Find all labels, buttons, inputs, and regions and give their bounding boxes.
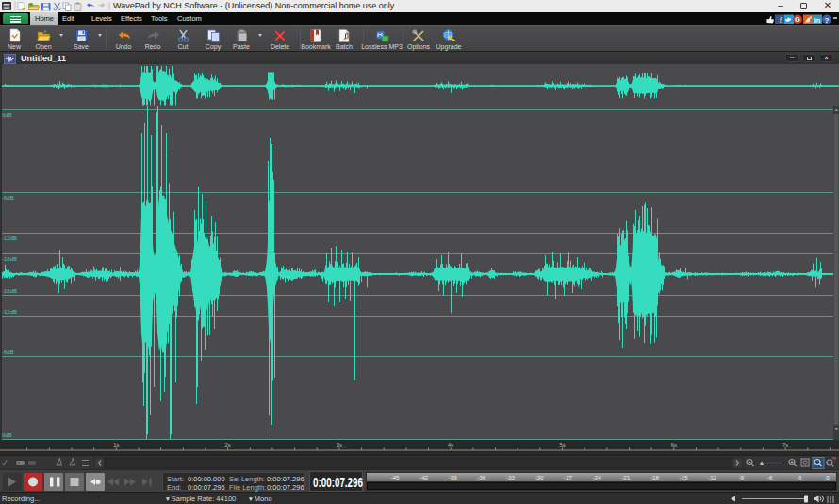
svg-text:-9: -9 [738,474,744,480]
svg-text:-39: -39 [449,474,458,480]
svg-text:-27: -27 [564,474,573,480]
svg-text:7s: 7s [782,442,788,447]
svg-text:-12: -12 [708,474,717,480]
svg-text:-36: -36 [477,474,486,480]
svg-text:0: 0 [826,474,830,480]
svg-text:6s: 6s [671,442,677,447]
svg-text:-6: -6 [767,474,773,480]
svg-text:-21: -21 [621,474,631,480]
svg-text:-42: -42 [420,474,429,480]
svg-text:-30: -30 [535,474,545,480]
svg-text:5s: 5s [559,442,565,447]
svg-text:2s: 2s [224,442,230,447]
svg-text:-33: -33 [506,474,516,480]
svg-text:-6dB: -6dB [2,350,14,355]
svg-text:-18: -18 [650,474,660,480]
svg-text:0dB: 0dB [2,112,12,118]
svg-text:-15: -15 [680,474,689,480]
svg-text:-24: -24 [593,474,602,480]
svg-text:-18dB: -18dB [2,256,17,262]
svg-text:0dB: 0dB [2,432,12,438]
svg-text:4s: 4s [448,442,453,447]
svg-text:-12dB: -12dB [2,236,17,241]
svg-text:-6dB: -6dB [2,195,14,201]
svg-text:-45: -45 [391,474,401,480]
svg-text:-3: -3 [797,474,802,480]
svg-text:3s: 3s [337,442,342,447]
svg-text:-12dB: -12dB [2,309,17,315]
svg-text:-18dB: -18dB [2,288,17,294]
svg-text:1s: 1s [113,442,119,447]
